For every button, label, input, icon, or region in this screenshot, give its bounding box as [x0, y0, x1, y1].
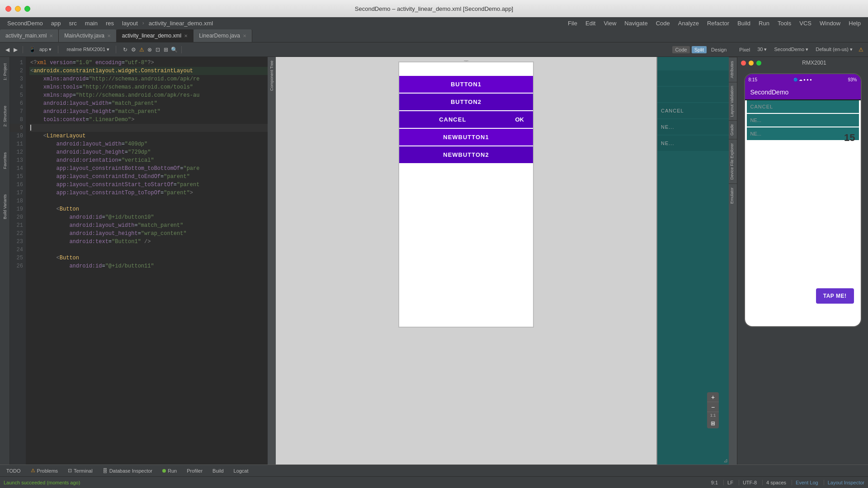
tab-activity-main[interactable]: activity_main.xml ✕: [0, 29, 59, 42]
zoom-label[interactable]: 30 ▾: [755, 46, 769, 53]
preview-newbutton2[interactable]: NEWBUTTON2: [399, 146, 533, 163]
todo-tab[interactable]: TODO: [2, 467, 25, 474]
code-content[interactable]: <?xml version="1.0" encoding="utf-8"?> <…: [26, 57, 268, 465]
component-tree-label[interactable]: Component Tree: [269, 57, 275, 94]
project-icon[interactable]: 1: Project: [2, 61, 8, 83]
resize-handle-br[interactable]: ⊿: [723, 457, 728, 464]
logcat-label: Logcat: [234, 468, 249, 474]
problems-icon: ⚠: [31, 468, 35, 474]
rp-minimize-btn[interactable]: [749, 61, 754, 66]
preview-button2[interactable]: BUTTON2: [399, 94, 533, 110]
close-icon[interactable]: ✕: [243, 33, 246, 38]
minimize-button[interactable]: [15, 6, 21, 12]
menu-src[interactable]: src: [65, 19, 80, 28]
menu-run[interactable]: Run: [755, 19, 773, 28]
device-file-explorer-tab[interactable]: Device File Explorer: [729, 139, 737, 183]
tab-label: activity_main.xml: [5, 33, 47, 39]
phone-ne2-btn[interactable]: NE...: [747, 127, 859, 140]
code-mode-btn[interactable]: Code: [672, 46, 689, 53]
component-tree-sidebar: Component Tree: [268, 57, 276, 465]
run-tab[interactable]: Run: [158, 467, 181, 474]
phone-ne1-btn[interactable]: NE...: [747, 114, 859, 127]
menu-build[interactable]: Build: [734, 19, 754, 28]
todo-label: TODO: [6, 468, 21, 474]
back-icon[interactable]: ◀: [4, 46, 11, 53]
profiler-tab[interactable]: Profiler: [182, 467, 207, 474]
code-editor: 12345 678910 1112131415 1617181920 21222…: [10, 57, 268, 465]
build-tab[interactable]: Build: [208, 467, 228, 474]
grade-tab[interactable]: Grade: [729, 120, 737, 139]
design-mode-btn[interactable]: Design: [708, 46, 729, 53]
close-icon[interactable]: ✕: [49, 33, 53, 38]
zoom-out-btn[interactable]: −: [707, 402, 719, 412]
layout-validation-tab[interactable]: Layout Validation: [729, 82, 737, 120]
menu-tools[interactable]: Tools: [774, 19, 795, 28]
database-inspector-tab[interactable]: 🗄 Database Inspector: [98, 467, 157, 474]
phone-number: 15: [844, 132, 855, 144]
status-bar: Launch succeeded (moments ago) 9:1 LF UT…: [0, 476, 868, 488]
preview-cancel-btn[interactable]: CANCEL: [399, 111, 506, 128]
menu-vcs[interactable]: VCS: [796, 19, 815, 28]
bottom-tabs: TODO ⚠ Problems ⊡ Terminal 🗄 Database In…: [0, 465, 868, 476]
settings-icon[interactable]: ⚙: [130, 46, 137, 53]
search-icon[interactable]: 🔍: [170, 46, 178, 53]
event-log-link[interactable]: Event Log: [792, 480, 818, 485]
preview-newbutton1[interactable]: NEWBUTTON1: [399, 129, 533, 145]
preview-ok-btn[interactable]: OK: [506, 111, 533, 128]
menu-navigate[interactable]: Navigate: [621, 19, 651, 28]
menu-file-top[interactable]: File: [564, 19, 581, 28]
tap-me-button[interactable]: TAP ME!: [816, 288, 854, 304]
phone-cancel-btn[interactable]: CANCEL: [747, 100, 859, 113]
menu-analyze[interactable]: Analyze: [675, 19, 703, 28]
maximize-button[interactable]: [24, 6, 30, 12]
right-traffic-lights: [741, 61, 761, 66]
locale-dropdown[interactable]: Default (en-us) ▾: [813, 46, 855, 53]
preview-button1[interactable]: BUTTON1: [399, 76, 533, 93]
line-ending: LF: [723, 480, 733, 485]
rp-maximize-btn[interactable]: [756, 61, 761, 66]
close-icon[interactable]: ✕: [107, 33, 111, 38]
menu-file[interactable]: activity_linear_demo.xml: [145, 19, 217, 28]
attributes-tab[interactable]: Attributes: [729, 57, 737, 82]
tab-mainactivity[interactable]: MainActivity.java ✕: [59, 29, 116, 42]
design-split-view: Component Tree ⊤ BUTTON1 BUTTON2 CANCEL …: [268, 57, 737, 465]
menu-edit[interactable]: Edit: [582, 19, 599, 28]
tab-label: LinearDemo.java: [199, 33, 240, 39]
close-button[interactable]: [5, 6, 11, 12]
menu-seconddemo[interactable]: SecondDemo: [4, 19, 47, 28]
menu-view[interactable]: View: [600, 19, 620, 28]
menu-help[interactable]: Help: [845, 19, 864, 28]
zoom-fit-icon[interactable]: ⊞: [162, 46, 170, 53]
zoom-in-btn[interactable]: +: [707, 392, 719, 402]
layout-inspector-link[interactable]: Layout Inspector: [824, 480, 864, 485]
device-name[interactable]: SecondDemo ▾: [771, 46, 811, 53]
structure-icon[interactable]: 2: Structure: [2, 103, 8, 130]
problems-tab[interactable]: ⚠ Problems: [26, 467, 62, 474]
terminal-label: Terminal: [74, 468, 93, 474]
menu-layout[interactable]: layout: [118, 19, 142, 28]
device-model-dropdown[interactable]: realme RMX2001 ▾: [64, 46, 112, 53]
zoom-fit-btn[interactable]: ⊞: [707, 418, 719, 428]
refresh-icon[interactable]: ↻: [122, 46, 129, 53]
menu-res[interactable]: res: [102, 19, 118, 28]
menu-code[interactable]: Code: [652, 19, 674, 28]
emulator-tab[interactable]: Emulator: [729, 183, 737, 207]
close-icon[interactable]: ✕: [184, 33, 188, 38]
menu-window[interactable]: Window: [816, 19, 844, 28]
menu-refactor[interactable]: Refactor: [703, 19, 733, 28]
favorites-icon[interactable]: Favorites: [2, 150, 8, 172]
terminal-tab[interactable]: ⊡ Terminal: [63, 467, 97, 474]
device-dropdown[interactable]: app ▾: [37, 46, 54, 53]
tab-activity-linear[interactable]: activity_linear_demo.xml ✕: [117, 29, 193, 42]
design-right-section: CANCEL NE... NE... + − 1:1 ⊞ ⊿: [656, 57, 729, 465]
logcat-tab[interactable]: Logcat: [229, 467, 253, 474]
build-variants-icon[interactable]: Build Variants: [2, 192, 8, 222]
menu-main[interactable]: main: [81, 19, 101, 28]
db-icon: 🗄: [103, 468, 108, 474]
forward-icon[interactable]: ▶: [12, 46, 19, 53]
tab-lineardemo[interactable]: LinearDemo.java ✕: [193, 29, 252, 42]
build-label: Build: [212, 468, 223, 474]
rp-close-btn[interactable]: [741, 61, 746, 66]
split-mode-btn[interactable]: Split: [692, 46, 707, 53]
menu-app[interactable]: app: [47, 19, 65, 28]
